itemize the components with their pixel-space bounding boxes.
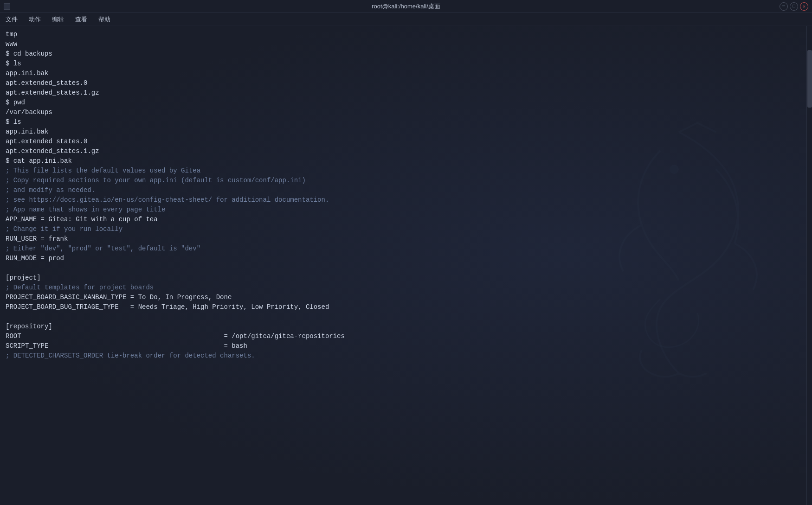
scrollbar-thumb[interactable] [807,50,812,108]
terminal-content[interactable]: tmp www $ cd backups $ ls app.ini.bak ap… [0,26,812,505]
terminal-output: tmp www $ cd backups $ ls app.ini.bak ap… [6,30,806,361]
close-button[interactable]: ✕ [800,2,808,11]
maximize-button[interactable]: □ [790,2,798,11]
menu-edit[interactable]: 编辑 [50,14,66,25]
window-title: root@kali:/home/kali/桌面 [372,2,440,11]
scrollbar[interactable] [806,26,812,505]
menu-file[interactable]: 文件 [4,14,19,25]
menu-action[interactable]: 动作 [27,14,43,25]
title-bar-left [4,3,10,10]
minimize-button[interactable]: ─ [780,2,788,11]
window-controls: ─ □ ✕ [780,2,808,11]
window-icon [4,3,10,10]
menu-view[interactable]: 查看 [73,14,89,25]
menu-bar: 文件 动作 编辑 查看 帮助 [0,13,812,26]
title-bar: root@kali:/home/kali/桌面 ─ □ ✕ [0,0,812,13]
menu-help[interactable]: 帮助 [97,14,112,25]
